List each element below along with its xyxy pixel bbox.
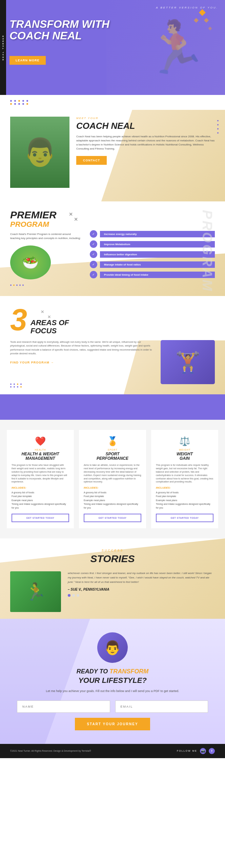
stories-label: SUCCESS — [10, 549, 215, 552]
feature-item-1: ✓ Increase energy naturally — [90, 230, 215, 238]
transform-section: 👨 READY TO TRANSFORM YOUR LIFESTYLE? Let… — [0, 619, 225, 744]
coach-circle-avatar: 👨 — [97, 632, 128, 663]
meet-content: MEET YOUR COACH NEAL Coach Neal has been… — [76, 117, 215, 165]
meet-bio: Coach Neal has been helping people achie… — [76, 135, 215, 151]
transform-label: READY TO TRANSFORM — [17, 668, 208, 675]
health-includes-label: INCLUDES: — [12, 486, 69, 489]
weight-desc: This program is for individuals who requ… — [156, 463, 213, 484]
find-program-link[interactable]: FIND YOUR PROGRAM → — [10, 361, 54, 364]
health-desc: This program is for those who have strug… — [12, 463, 69, 484]
areas-text-col: Tools and research that apply to everybo… — [10, 340, 154, 384]
program-card-sport: 🏅 SPORT SPORTPERFORMANCE Aims to take an… — [79, 430, 146, 528]
story-quote: whichever comes first. I feel stronger a… — [68, 571, 215, 584]
programs-grid: ❤️ HEALTH HEALTH & WEIGHTMANAGEMENT This… — [7, 430, 218, 528]
weight-get-started-button[interactable]: GET STARTED TODAY — [156, 514, 213, 522]
areas-description: Tools and research that apply to everybo… — [10, 340, 154, 355]
transform-title-line2: YOUR LIFESTYLE? — [17, 676, 208, 685]
weight-icon: ⚖️ — [156, 436, 213, 447]
areas-title-line2: FOCUS — [30, 327, 69, 335]
sport-includes-list: A grocery list of foods Food plan templa… — [84, 491, 141, 510]
learn-more-button[interactable]: LEARN MORE — [9, 56, 46, 65]
facebook-icon[interactable]: f — [209, 748, 215, 754]
email-input[interactable] — [115, 701, 208, 713]
meet-section: 👨 MEET YOUR COACH NEAL Coach Neal has be… — [0, 110, 225, 201]
sport-title: SPORTPERFORMANCE — [84, 452, 141, 461]
areas-content: Tools and research that apply to everybo… — [10, 340, 215, 384]
purple-banner — [0, 394, 225, 420]
hero-title: TRANSFORM WITH COACH NEAL — [9, 19, 109, 41]
story-author: – SUE V., PENNSYLVANIA — [68, 588, 215, 591]
feature-item-5: ✓ Provide ideal timing of food intake — [90, 271, 215, 278]
premier-desc: Coach Neal's Premier Program is centered… — [10, 232, 81, 240]
story-content: whichever comes first. I feel stronger a… — [68, 571, 215, 597]
premier-section: ✕ ✕ PREMIER PROGRAM Coach Neal's Premier… — [0, 201, 225, 296]
follow-label: FOLLOW ME — [177, 750, 197, 752]
contact-button[interactable]: CONTACT — [76, 156, 107, 165]
health-includes-list: A grocery list of foods Food plan templa… — [12, 491, 69, 510]
feature-item-4: ✓ Manage intake of food ratios — [90, 261, 215, 268]
meet-dots — [217, 120, 220, 134]
premier-subtitle: PROGRAM — [10, 220, 81, 229]
sport-label: SPORT — [84, 449, 141, 451]
weight-includes-list: A grocery list of foods Food plan templa… — [156, 491, 213, 510]
health-get-started-button[interactable]: GET STARTED TODAY — [12, 514, 69, 522]
sport-icon: 🏅 — [84, 436, 141, 447]
sidebar-label: NEAL TURNER — [0, 0, 6, 95]
feature-item-2: ✓ Improve Metabolism — [90, 240, 215, 248]
form-row — [17, 701, 208, 713]
meet-label: MEET YOUR — [76, 117, 215, 120]
weight-label: WEIGHT — [156, 449, 213, 451]
story-image: 🏃 — [10, 571, 61, 612]
weight-includes-label: INCLUDES: — [156, 486, 213, 489]
premier-left: ✕ ✕ PREMIER PROGRAM Coach Neal's Premier… — [10, 210, 81, 286]
footer-copyright: ©2021 Neal Turner. All Rights Reserved. … — [10, 750, 91, 752]
hero-runner-bg: 🏃 — [106, 0, 225, 95]
areas-section: ✕ ✕ 3 AREAS OF FOCUS Tools and research … — [0, 296, 225, 394]
footer: ©2021 Neal Turner. All Rights Reserved. … — [0, 744, 225, 758]
hero-title-line2: COACH NEAL — [9, 30, 109, 42]
programs-section: ❤️ HEALTH HEALTH & WEIGHTMANAGEMENT This… — [0, 420, 225, 538]
sidebar-name-text: NEAL TURNER — [2, 35, 4, 60]
dots-row — [0, 95, 225, 110]
stories-title: STORIES — [10, 553, 215, 565]
areas-title-line1: AREAS OF — [30, 319, 69, 327]
transform-subtitle: Let me help you achieve your goals. Fill… — [17, 689, 208, 694]
areas-athlete-image: 🏋️ — [161, 340, 215, 384]
name-input[interactable] — [17, 701, 110, 713]
program-card-weight: ⚖️ WEIGHT WEIGHTGAIN This program is for… — [151, 430, 218, 528]
story-card: 🏃 whichever comes first. I feel stronger… — [10, 571, 215, 612]
start-journey-button[interactable]: START YOUR JOURNEY — [75, 718, 150, 730]
food-image: 🥗 — [10, 245, 51, 279]
instagram-icon[interactable]: 📷 — [200, 748, 206, 754]
meet-title: COACH NEAL — [76, 121, 215, 131]
health-title: HEALTH & WEIGHTMANAGEMENT — [12, 452, 69, 461]
program-card-health: ❤️ HEALTH HEALTH & WEIGHTMANAGEMENT This… — [7, 430, 74, 528]
weight-title: WEIGHTGAIN — [156, 452, 213, 461]
coach-photo: 👨 — [10, 117, 69, 188]
feature-item-3: ✓ Influence better digestion — [90, 251, 215, 258]
areas-header: 3 AREAS OF FOCUS — [10, 304, 215, 335]
health-icon: ❤️ — [12, 436, 69, 447]
footer-social: FOLLOW ME 📷 f — [177, 748, 215, 754]
stories-section: SUCCESS STORIES 🏃 whichever comes first.… — [0, 538, 225, 619]
areas-number: 3 — [10, 304, 27, 335]
hero-title-line1: TRANSFORM WITH — [9, 19, 109, 30]
hero-section: NEAL TURNER A BETTER VERSION OF YOU. 🏃 T… — [0, 0, 225, 95]
premier-features: ✓ Increase energy naturally ✓ Improve Me… — [90, 210, 215, 281]
sport-desc: Aims to take an athlete, novice or exper… — [84, 463, 141, 484]
sport-includes-label: INCLUDES: — [84, 486, 141, 489]
health-label: HEALTH — [12, 449, 69, 451]
sport-get-started-button[interactable]: GET STARTED TODAY — [84, 514, 141, 522]
